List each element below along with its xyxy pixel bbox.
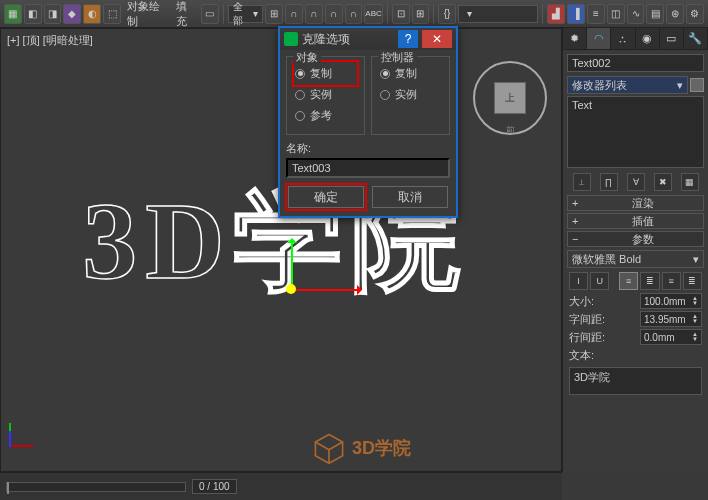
font-dropdown[interactable]: 微软雅黑 Bold▾ (567, 250, 704, 268)
name-label: 名称: (286, 141, 450, 158)
radio-instance[interactable]: 实例 (295, 84, 356, 105)
snap-icon[interactable]: ∩ (305, 4, 323, 24)
tool-icon[interactable]: ▭ (201, 4, 219, 24)
radio-ctrl-copy[interactable]: 复制 (380, 63, 441, 84)
timeline[interactable] (6, 482, 186, 492)
dialog-title: 克隆选项 (302, 31, 394, 48)
create-tab[interactable]: ✹ (563, 28, 587, 49)
object-name-input[interactable] (567, 54, 704, 72)
radio-dot-icon (295, 90, 305, 100)
snap-icon[interactable]: ∩ (345, 4, 363, 24)
modifier-stack[interactable]: Text (567, 96, 704, 168)
rollout-interpolation[interactable]: +插值 (567, 213, 704, 229)
layers-icon[interactable]: ≡ (587, 4, 605, 24)
snap-icon[interactable]: ∩ (325, 4, 343, 24)
pin-stack-icon[interactable]: ⟂ (573, 173, 591, 191)
tool-icon[interactable]: ▤ (646, 4, 664, 24)
align-justify-button[interactable]: ≣ (683, 272, 702, 290)
leading-spinner[interactable]: 0.0mm▲▼ (640, 329, 702, 345)
remove-modifier-icon[interactable]: ✖ (654, 173, 672, 191)
align-left-button[interactable]: ≡ (619, 272, 638, 290)
tool-icon[interactable]: ◐ (83, 4, 101, 24)
text-icon[interactable]: ABC (364, 4, 382, 24)
named-sets-icon[interactable]: {} (438, 4, 456, 24)
viewport-label[interactable]: [+] [顶] [明暗处理] (7, 33, 93, 48)
rollout-rendering[interactable]: +渲染 (567, 195, 704, 211)
make-unique-icon[interactable]: ∀ (627, 173, 645, 191)
radio-dot-icon (380, 90, 390, 100)
wrench-icon: 🔧 (688, 32, 702, 45)
radio-reference[interactable]: 参考 (295, 105, 356, 126)
object-color-swatch[interactable] (690, 78, 704, 92)
viewcube[interactable]: 上 前 (473, 61, 547, 135)
plus-icon: + (572, 215, 582, 227)
cancel-button[interactable]: 取消 (372, 186, 448, 208)
group-title: 控制器 (378, 50, 417, 65)
clone-name-input[interactable] (286, 158, 450, 178)
radio-ctrl-instance[interactable]: 实例 (380, 84, 441, 105)
modifier-list-dropdown[interactable]: 修改器列表▾ (567, 76, 688, 94)
named-sets-dropdown[interactable]: ▾ (458, 5, 538, 23)
display-tab[interactable]: ▭ (660, 28, 684, 49)
tool-icon[interactable]: ⊞ (265, 4, 283, 24)
material-editor-icon[interactable]: ⊛ (666, 4, 684, 24)
hierarchy-tab[interactable]: ⛬ (611, 28, 635, 49)
size-spinner[interactable]: 100.0mm▲▼ (640, 293, 702, 309)
rollout-parameters[interactable]: −参数 (567, 231, 704, 247)
text-content-input[interactable]: 3D学院 (569, 367, 702, 395)
viewcube-ring-label: 前 (506, 124, 515, 137)
time-slider-bar: 0 / 100 (0, 472, 562, 500)
motion-tab[interactable]: ◉ (636, 28, 660, 49)
curve-editor-icon[interactable]: ∿ (627, 4, 645, 24)
text-style-row: I U ≡ ≣ ≡ ≣ (563, 270, 708, 292)
mirror-icon[interactable]: ▟ (547, 4, 565, 24)
minus-icon: − (572, 233, 582, 245)
snap-icon[interactable]: ∩ (285, 4, 303, 24)
underline-button[interactable]: U (590, 272, 609, 290)
tool-icon[interactable]: ◧ (24, 4, 42, 24)
tool-icon[interactable]: ◨ (44, 4, 62, 24)
plus-icon: ✹ (570, 32, 579, 45)
render-setup-icon[interactable]: ⚙ (686, 4, 704, 24)
display-icon: ▭ (666, 32, 676, 45)
help-button[interactable]: ? (398, 30, 418, 48)
italic-button[interactable]: I (569, 272, 588, 290)
radio-copy[interactable]: 复制 (295, 63, 356, 84)
plus-icon: + (572, 197, 582, 209)
configure-sets-icon[interactable]: ▦ (681, 173, 699, 191)
frame-indicator[interactable]: 0 / 100 (192, 479, 237, 494)
kerning-spinner[interactable]: 13.95mm▲▼ (640, 311, 702, 327)
tool-icon[interactable]: ◫ (607, 4, 625, 24)
command-panel: ✹ ◠ ⛬ ◉ ▭ 🔧 修改器列表▾ Text ⟂ ∏ ∀ ✖ ▦ +渲染 +插… (562, 28, 708, 472)
align-icon[interactable]: ▐ (567, 4, 585, 24)
controller-group: 控制器 复制 实例 (371, 56, 450, 135)
tool-icon[interactable]: ⊡ (392, 4, 410, 24)
tool-icon[interactable]: ◆ (63, 4, 81, 24)
toolbar-label: 对象绘制 (123, 0, 170, 29)
utilities-tab[interactable]: 🔧 (684, 28, 708, 49)
watermark: 3D学院 (312, 431, 411, 465)
tool-icon[interactable]: ⊞ (412, 4, 430, 24)
radio-dot-icon (295, 111, 305, 121)
ok-button[interactable]: 确定 (288, 186, 364, 208)
filter-dropdown[interactable]: 全部▾ (228, 5, 264, 23)
dialog-titlebar[interactable]: 克隆选项 ? ✕ (280, 28, 456, 50)
stack-toolbar: ⟂ ∏ ∀ ✖ ▦ (563, 170, 708, 194)
radio-dot-icon (380, 69, 390, 79)
dialog-icon (284, 32, 298, 46)
tool-icon[interactable]: ⬚ (103, 4, 121, 24)
object-group: 对象 复制 实例 参考 (286, 56, 365, 135)
viewcube-face[interactable]: 上 (494, 82, 526, 114)
tool-icon[interactable]: ▦ (4, 4, 22, 24)
show-end-result-icon[interactable]: ∏ (600, 173, 618, 191)
text-label: 文本: (563, 346, 708, 365)
command-panel-tabs: ✹ ◠ ⛬ ◉ ▭ 🔧 (563, 28, 708, 50)
stack-item[interactable]: Text (572, 99, 699, 111)
close-button[interactable]: ✕ (422, 30, 452, 48)
clone-options-dialog: 克隆选项 ? ✕ 对象 复制 实例 参考 控制器 复制 实例 名称: 确定 取消 (278, 26, 458, 218)
modify-tab[interactable]: ◠ (587, 28, 611, 49)
group-title: 对象 (293, 50, 321, 65)
align-center-button[interactable]: ≣ (640, 272, 659, 290)
size-label: 大小: (569, 294, 594, 309)
align-right-button[interactable]: ≡ (662, 272, 681, 290)
